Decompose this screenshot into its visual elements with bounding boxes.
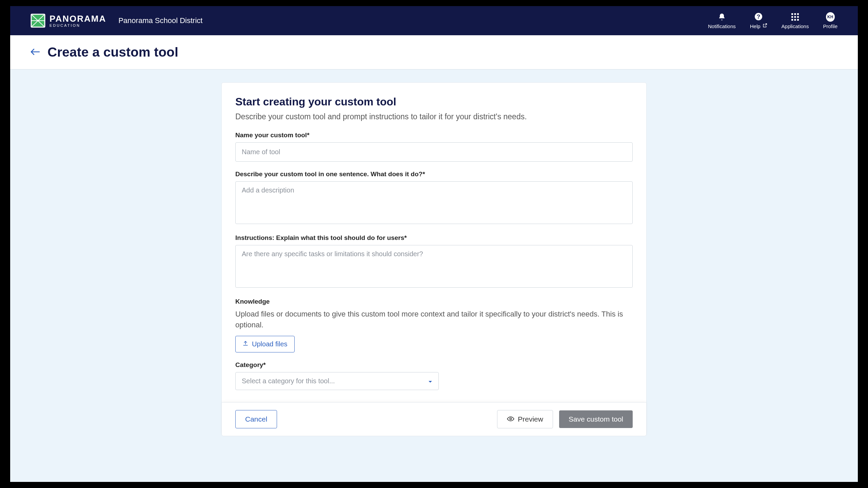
upload-files-button[interactable]: Upload files: [235, 336, 295, 352]
category-placeholder: Select a category for this tool...: [242, 377, 335, 385]
eye-icon: [507, 415, 514, 423]
save-custom-tool-button[interactable]: Save custom tool: [559, 410, 633, 428]
header-nav: Notifications ? Help: [708, 12, 837, 29]
external-link-icon: [763, 23, 767, 29]
field-name: Name your custom tool*: [235, 131, 633, 162]
brand-sub: EDUCATION: [50, 24, 106, 27]
instructions-textarea[interactable]: [235, 245, 633, 288]
nav-label: Notifications: [708, 23, 736, 29]
knowledge-label: Knowledge: [235, 298, 633, 305]
cancel-button[interactable]: Cancel: [235, 410, 277, 428]
nav-help[interactable]: ? Help: [750, 12, 767, 29]
svg-rect-4: [791, 13, 793, 15]
name-label: Name your custom tool*: [235, 131, 633, 139]
page-title: Create a custom tool: [47, 45, 178, 60]
knowledge-desc: Upload files or documents to give this c…: [235, 309, 633, 330]
desc-label: Describe your custom tool in one sentenc…: [235, 170, 633, 178]
back-arrow-icon[interactable]: [31, 47, 40, 58]
nav-applications[interactable]: Applications: [782, 13, 809, 29]
panorama-logo-icon: [31, 14, 45, 28]
form-footer: Cancel Preview Save custom tool: [222, 402, 646, 436]
category-label: Category*: [235, 361, 633, 369]
svg-rect-10: [791, 19, 793, 21]
brand-text: PANORAMA EDUCATION: [50, 14, 106, 27]
brand-logo[interactable]: PANORAMA EDUCATION: [31, 14, 106, 28]
district-name: Panorama School District: [118, 16, 202, 25]
upload-icon: [242, 340, 249, 348]
header: PANORAMA EDUCATION Panorama School Distr…: [10, 6, 858, 35]
svg-text:?: ?: [757, 14, 760, 20]
preview-label: Preview: [518, 415, 543, 423]
apps-grid-icon: [791, 13, 800, 21]
svg-rect-11: [794, 19, 796, 21]
nav-label: Applications: [782, 23, 809, 29]
help-icon: ?: [754, 12, 763, 21]
nav-label: Help: [750, 23, 761, 29]
content-area: Start creating your custom tool Describe…: [10, 69, 858, 436]
field-knowledge: Knowledge Upload files or documents to g…: [235, 298, 633, 352]
instr-label: Instructions: Explain what this tool sho…: [235, 234, 633, 242]
field-category: Category* Select a category for this too…: [235, 361, 633, 390]
preview-button[interactable]: Preview: [497, 410, 553, 428]
svg-rect-9: [797, 16, 799, 18]
svg-rect-6: [797, 13, 799, 15]
page-title-bar: Create a custom tool: [10, 35, 858, 69]
nav-profile[interactable]: KH Profile: [823, 13, 837, 29]
svg-rect-12: [797, 19, 799, 21]
category-select[interactable]: Select a category for this tool...: [235, 372, 439, 390]
svg-rect-5: [794, 13, 796, 15]
form-card: Start creating your custom tool Describe…: [221, 82, 647, 436]
app-frame: PANORAMA EDUCATION Panorama School Distr…: [10, 6, 858, 482]
field-description: Describe your custom tool in one sentenc…: [235, 170, 633, 225]
avatar-initials: KH: [826, 12, 835, 22]
svg-rect-8: [794, 16, 796, 18]
brand-main: PANORAMA: [50, 14, 106, 23]
form-heading: Start creating your custom tool: [235, 96, 633, 108]
form-body: Start creating your custom tool Describe…: [222, 83, 646, 402]
name-input[interactable]: [235, 142, 633, 162]
description-textarea[interactable]: [235, 181, 633, 224]
nav-label: Profile: [823, 23, 837, 29]
svg-point-13: [510, 418, 512, 420]
form-subheading: Describe your custom tool and prompt ins…: [235, 112, 633, 121]
svg-rect-7: [791, 16, 793, 18]
nav-notifications[interactable]: Notifications: [708, 13, 736, 29]
upload-label: Upload files: [252, 340, 288, 348]
bell-icon: [717, 13, 726, 21]
caret-down-icon: [428, 377, 432, 385]
avatar-icon: KH: [826, 13, 835, 21]
field-instructions: Instructions: Explain what this tool sho…: [235, 234, 633, 289]
